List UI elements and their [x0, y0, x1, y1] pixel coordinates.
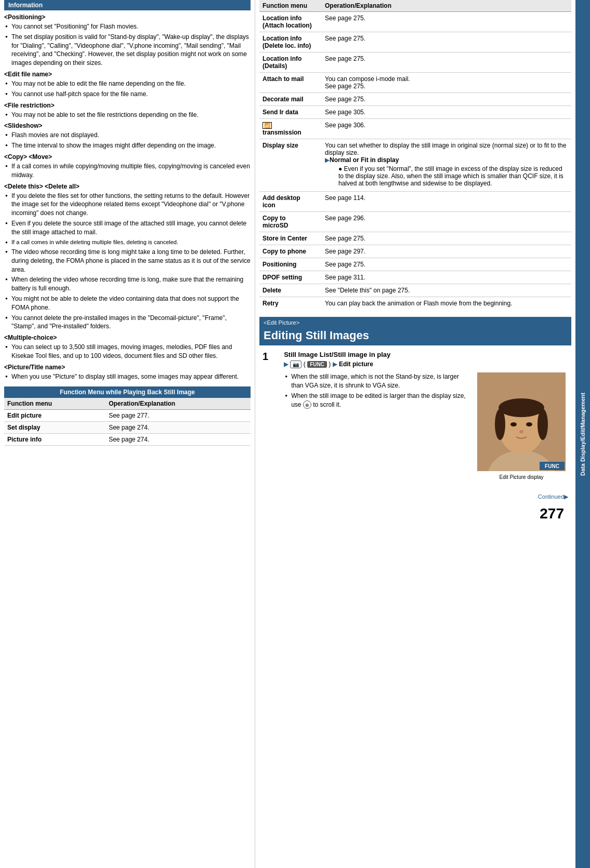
table-row: Display size You can set whether to disp…: [259, 139, 571, 192]
ir-icon: 📶: [263, 122, 272, 129]
table-row: Copy tomicroSD See page 296.: [259, 212, 571, 232]
operation-cell: See page 275.: [322, 32, 571, 52]
edit-section-sub-header: <Edit Picture>: [259, 318, 571, 327]
bullet-item: The set display position is valid for "S…: [4, 33, 251, 68]
step-text-area: When the still image, which is not the S…: [284, 372, 469, 480]
operation-cell: You can compose i-mode mail.See page 275…: [322, 73, 571, 93]
step-body: When the still image, which is not the S…: [284, 372, 568, 480]
operation-cell: See page 296.: [322, 212, 571, 232]
menu-cell: 📶transmission: [259, 119, 322, 139]
section-delete: <Delete this> <Delete all>: [4, 183, 251, 190]
operation-cell: See page 277.: [106, 409, 251, 421]
menu-cell: Display size: [259, 139, 322, 192]
bullet-item: You may not be able to set the file rest…: [4, 111, 251, 119]
arrow-icon: ▶: [284, 360, 289, 368]
svg-text:FUNC: FUNC: [545, 463, 559, 469]
svg-point-6: [537, 409, 548, 440]
menu-cell: Location info(Details): [259, 52, 322, 73]
operation-cell: You can play back the animation or Flash…: [322, 297, 571, 310]
right-func-table: Function menu Operation/Explanation Loca…: [259, 0, 571, 310]
operation-cell: See page 274.: [106, 433, 251, 445]
bullet-item: Even if you delete the source still imag…: [4, 219, 251, 237]
section-positioning: <Positioning>: [4, 14, 251, 21]
operation-cell: See page 274.: [106, 421, 251, 433]
operation-cell: See page 275.: [322, 258, 571, 271]
step-heading: Still Image List/Still image in play: [284, 351, 568, 358]
bullet-item: If a call comes in while copying/moving …: [4, 162, 251, 180]
bullet-item: Flash movies are not displayed.: [4, 131, 251, 140]
svg-point-5: [495, 409, 505, 440]
table-row: Location info(Delete loc. info) See page…: [259, 32, 571, 52]
table-row: Picture info See page 274.: [4, 433, 251, 445]
right-col-operation: Operation/Explanation: [322, 0, 571, 12]
operation-cell: See "Delete this" on page 275.: [322, 284, 571, 297]
operation-cell: See page 305.: [322, 106, 571, 119]
operation-cell: See page 306.: [322, 119, 571, 139]
menu-cell: Copy tomicroSD: [259, 212, 322, 232]
menu-cell: Delete: [259, 284, 322, 297]
table-row: Retry You can play back the animation or…: [259, 297, 571, 310]
bullet-item: When the still image, which is not the S…: [284, 372, 469, 390]
col-header-menu: Function menu: [4, 398, 106, 410]
continued-text: Continued▶: [538, 493, 568, 500]
section-slideshow: <Slideshow>: [4, 122, 251, 129]
bullet-item: When the still image to be edited is lar…: [284, 392, 469, 409]
menu-cell: Retry: [259, 297, 322, 310]
menu-cell: Set display: [4, 421, 106, 433]
svg-point-8: [526, 422, 532, 426]
bullet-item: When deleting the video whose recording …: [4, 275, 251, 293]
operation-cell: See page 311.: [322, 271, 571, 284]
table-row: Add desktopicon See page 114.: [259, 192, 571, 212]
edit-section-title: Editing Still Images: [259, 327, 571, 345]
menu-cell: Attach to mail: [259, 73, 322, 93]
table-row: Decorate mail See page 275.: [259, 93, 571, 106]
col-header-operation: Operation/Explanation: [106, 398, 251, 410]
bullet-item: You can select up to 3,500 still images,…: [4, 343, 251, 360]
section-copy-move: <Copy> <Move>: [4, 153, 251, 161]
bullet-item: You might not be able to delete the vide…: [4, 295, 251, 312]
operation-cell: See page 275.: [322, 232, 571, 245]
table-row: Edit picture See page 277.: [4, 409, 251, 421]
menu-cell: Positioning: [259, 258, 322, 271]
scroll-icon: ⊕: [303, 400, 311, 409]
menu-cell: Picture info: [4, 433, 106, 445]
table-row: Copy to phone See page 297.: [259, 245, 571, 258]
info-header: Information: [4, 0, 251, 10]
section-picture-title: <Picture/Title name>: [4, 364, 251, 371]
portrait-image: FUNC: [477, 372, 566, 471]
menu-cell: Edit picture: [4, 409, 106, 421]
bullet-item: If a call comes in while deleting multip…: [4, 238, 251, 246]
image-caption: Edit Picture display: [475, 474, 568, 480]
page-number: 277: [535, 500, 568, 527]
menu-cell: Location info(Delete loc. info): [259, 32, 322, 52]
section-edit-file-name: <Edit file name>: [4, 71, 251, 78]
right-col-menu: Function menu: [259, 0, 322, 12]
section-multiple-choice: <Multiple-choice>: [4, 334, 251, 341]
table-row: Location info(Attach location) See page …: [259, 12, 571, 32]
func-table-title: Function Menu while Playing Back Still I…: [4, 386, 251, 398]
operation-cell: See page 297.: [322, 245, 571, 258]
edit-picture-label: Edit picture: [339, 360, 373, 368]
menu-cell: Add desktopicon: [259, 192, 322, 212]
svg-point-4: [499, 398, 544, 417]
table-row: DPOF setting See page 311.: [259, 271, 571, 284]
bullet-item: When you use "Picture" to display still …: [4, 372, 251, 381]
bullet-item: You may not be able to edit the file nam…: [4, 79, 251, 88]
table-row: 📶transmission See page 306.: [259, 119, 571, 139]
portrait-container: FUNC: [475, 372, 568, 473]
edit-section: <Edit Picture> Editing Still Images 1 St…: [259, 317, 571, 485]
menu-cell: Decorate mail: [259, 93, 322, 106]
func-table: Function menu Operation/Explanation Edit…: [4, 398, 251, 446]
menu-cell: Copy to phone: [259, 245, 322, 258]
func-button-ic: 📷: [290, 360, 301, 368]
triangle-icon: ▶: [325, 156, 330, 164]
operation-cell: See page 275.: [322, 93, 571, 106]
table-row: Attach to mail You can compose i-mode ma…: [259, 73, 571, 93]
arrow-icon-2: ▶: [333, 360, 337, 368]
menu-cell: Send Ir data: [259, 106, 322, 119]
step-number: 1: [263, 351, 268, 363]
operation-cell: You can set whether to display the still…: [322, 139, 571, 192]
bullet-item: You cannot delete the pre-installed imag…: [4, 314, 251, 331]
operation-cell: See page 114.: [322, 192, 571, 212]
func-table-section: Function Menu while Playing Back Still I…: [4, 386, 251, 446]
